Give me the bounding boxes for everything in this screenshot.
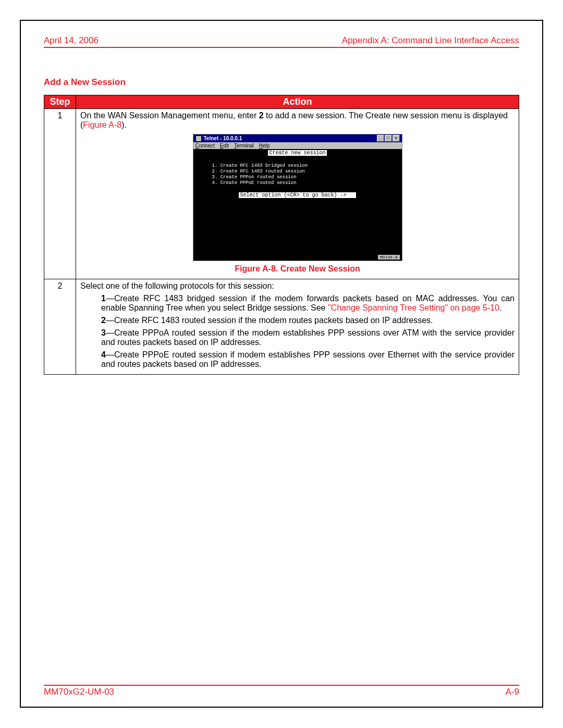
telnet-titlebar: Telnet - 10.0.0.1 _ □ ×	[193, 134, 402, 142]
page-header: April 14, 2006 Appendix A: Command Line …	[44, 35, 519, 48]
spanning-tree-link[interactable]: "Change Spanning Tree Setting" on page 5…	[328, 303, 499, 312]
telnet-window: Telnet - 10.0.0.1 _ □ × Connect E	[193, 134, 402, 261]
telnet-opt4: 4. Create PPPoE routed session	[212, 180, 400, 186]
col-step: Step	[44, 95, 76, 109]
row1-text-a: On the WAN Session Management menu, ente…	[80, 111, 259, 120]
row2-opt2: 2—Create RFC 1483 routed session if the …	[80, 316, 515, 325]
footer-docid: MM70xG2-UM-03	[44, 687, 114, 697]
opt4-num: 4	[101, 350, 106, 359]
header-date: April 14, 2006	[44, 35, 99, 46]
cursor-icon	[348, 192, 356, 198]
table-row: 1 On the WAN Session Management menu, en…	[44, 109, 519, 279]
section-title: Add a New Session	[44, 77, 519, 88]
maximize-icon[interactable]: □	[385, 135, 392, 142]
row1-bold: 2	[259, 111, 264, 120]
row2-opt1: 1—Create RFC 1483 bridged session if the…	[80, 294, 515, 313]
row2-opt3: 3—Create PPPoA routed session if the mod…	[80, 328, 515, 347]
figure-caption: Figure A-8. Create New Session	[80, 264, 515, 274]
row2-opt4: 4—Create PPPoE routed session if modem e…	[80, 350, 515, 369]
figure-link[interactable]: Figure A-8	[83, 120, 121, 129]
opt3-num: 3	[101, 328, 106, 337]
menu-edit[interactable]: Edit	[220, 143, 229, 149]
steps-table: Step Action 1 On the WAN Session Managem…	[44, 95, 519, 375]
step-number: 1	[44, 109, 76, 279]
page-footer: MM70xG2-UM-03 A-9	[44, 685, 519, 697]
figure-wrap: Telnet - 10.0.0.1 _ □ × Connect E	[80, 134, 515, 261]
telnet-body: Create new session 1. Create RFC 1483 br…	[193, 149, 402, 261]
step-action: On the WAN Session Management menu, ente…	[76, 109, 519, 279]
opt2-text: —Create RFC 1483 routed session if the m…	[106, 316, 433, 325]
row1-text-c: ).	[121, 120, 127, 129]
header-appendix: Appendix A: Command Line Interface Acces…	[342, 35, 519, 46]
step-action: Select one of the following protocols fo…	[76, 279, 519, 375]
menu-terminal[interactable]: Terminal	[234, 143, 254, 149]
opt2-num: 2	[101, 316, 106, 325]
minimize-icon[interactable]: _	[377, 135, 384, 142]
opt4-text: —Create PPPoE routed session if modem es…	[101, 350, 515, 368]
opt1-end: .	[499, 303, 501, 312]
opt1-num: 1	[101, 294, 106, 303]
telnet-opt2: 2. Create RFC 1483 routed session	[212, 169, 400, 175]
telnet-opt3: 3. Create PPPoA routed session	[212, 175, 400, 180]
step-number: 2	[44, 279, 76, 375]
app-icon	[195, 135, 202, 142]
telnet-opt1: 1. Create RFC 1483 bridged session	[212, 163, 400, 169]
telnet-tag: MO149-A	[378, 255, 400, 260]
footer-page: A-9	[506, 687, 519, 697]
opt3-text: —Create PPPoA routed session if the mode…	[101, 328, 515, 347]
telnet-heading: Create new session	[268, 150, 326, 156]
col-action: Action	[76, 95, 519, 109]
table-row: 2 Select one of the following protocols …	[44, 279, 519, 375]
row2-intro: Select one of the following protocols fo…	[80, 281, 515, 291]
telnet-menu: Connect Edit Terminal Help	[193, 142, 402, 149]
menu-connect[interactable]: Connect	[195, 143, 215, 149]
page: April 14, 2006 Appendix A: Command Line …	[20, 20, 543, 708]
telnet-prompt: Select option (<CR> to go back) ->	[239, 192, 347, 198]
menu-help[interactable]: Help	[259, 143, 270, 149]
telnet-title: Telnet - 10.0.0.1	[204, 135, 242, 141]
close-icon[interactable]: ×	[393, 135, 400, 142]
